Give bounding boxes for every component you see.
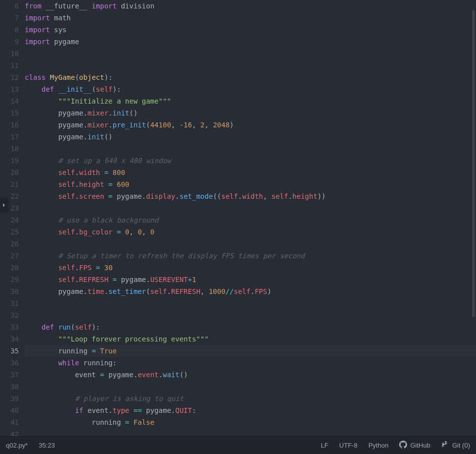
line-number: 38 [0, 381, 19, 393]
code-line: """Initialize a new game""" [25, 95, 476, 107]
line-number-gutter: 6789101112131415161718192021222324252627… [0, 0, 25, 436]
status-encoding[interactable]: UTF-8 [339, 442, 357, 449]
line-number: 15 [0, 107, 19, 119]
line-number: 36 [0, 357, 19, 369]
code-line: # Setup a timer to refresh the display F… [25, 250, 476, 262]
line-number: 17 [0, 131, 19, 143]
line-number: 16 [0, 119, 19, 131]
line-number: 6 [0, 0, 19, 12]
code-line: self.width = 800 [25, 167, 476, 178]
code-line: running = False [25, 416, 476, 428]
line-number: 33 [0, 321, 19, 333]
status-filename[interactable]: q02.py* [6, 442, 28, 449]
code-line: from __future__ import division [25, 0, 476, 12]
code-line: pygame.mixer.init() [25, 107, 476, 119]
line-number: 10 [0, 48, 19, 59]
line-number: 18 [0, 143, 19, 155]
status-language[interactable]: Python [368, 442, 388, 449]
code-line: pygame.mixer.pre_init(44100, -16, 2, 204… [25, 119, 476, 131]
code-line: class MyGame(object): [25, 71, 476, 83]
line-number: 12 [0, 71, 19, 83]
code-line: if event.type == pygame.QUIT: [25, 404, 476, 416]
line-number: 37 [0, 369, 19, 381]
line-number: 24 [0, 214, 19, 226]
code-line [25, 309, 476, 321]
code-line [25, 297, 476, 309]
code-line [25, 202, 476, 214]
code-line [25, 48, 476, 59]
line-number: 28 [0, 262, 19, 274]
code-line: self.bg_color = 0, 0, 0 [25, 226, 476, 238]
status-git[interactable]: Git (0) [441, 441, 470, 450]
code-line: pygame.time.set_timer(self.REFRESH, 1000… [25, 285, 476, 297]
panel-expand-toggle[interactable] [0, 198, 8, 212]
line-number: 31 [0, 297, 19, 309]
editor-pane: 6789101112131415161718192021222324252627… [0, 0, 476, 436]
code-line [25, 238, 476, 250]
line-number: 9 [0, 36, 19, 48]
code-line [25, 381, 476, 393]
code-line: event = pygame.event.wait() [25, 369, 476, 381]
line-number: 34 [0, 333, 19, 345]
status-git-label: Git (0) [452, 442, 470, 449]
code-line: import pygame [25, 36, 476, 48]
line-number: 11 [0, 59, 19, 71]
line-number: 39 [0, 393, 19, 404]
code-line: import sys [25, 24, 476, 36]
line-number: 8 [0, 24, 19, 36]
code-line [25, 59, 476, 71]
line-number: 21 [0, 178, 19, 190]
status-github-label: GitHub [410, 442, 430, 449]
status-bar: q02.py* 35:23 LF UTF-8 Python GitHub Git… [0, 436, 476, 454]
line-number: 27 [0, 250, 19, 262]
code-line: while running: [25, 357, 476, 369]
chevron-right-icon [1, 201, 6, 209]
github-icon [399, 441, 407, 450]
git-branch-icon [441, 441, 449, 450]
code-line: def __init__(self): [25, 83, 476, 95]
line-number: 29 [0, 274, 19, 285]
code-line [25, 143, 476, 155]
line-number: 19 [0, 155, 19, 167]
line-number: 32 [0, 309, 19, 321]
code-line: self.height = 600 [25, 178, 476, 190]
line-number: 35 [0, 345, 19, 357]
code-line: self.REFRESH = pygame.USEREVENT+1 [25, 274, 476, 285]
code-area[interactable]: from __future__ import division import m… [25, 0, 476, 436]
status-cursor-position[interactable]: 35:23 [39, 442, 55, 449]
line-number: 26 [0, 238, 19, 250]
code-line: self.screen = pygame.display.set_mode((s… [25, 190, 476, 202]
code-line-active: running = True [25, 345, 476, 357]
code-line: # set up a 640 x 480 window [25, 155, 476, 167]
code-line: self.FPS = 30 [25, 262, 476, 274]
line-number: 25 [0, 226, 19, 238]
status-github[interactable]: GitHub [399, 441, 430, 450]
code-line: def run(self): [25, 321, 476, 333]
code-line: pygame.init() [25, 131, 476, 143]
code-line: """Loop forever processing events""" [25, 333, 476, 345]
line-number: 7 [0, 12, 19, 24]
code-line: # use a black background [25, 214, 476, 226]
code-line: import math [25, 12, 476, 24]
line-number: 14 [0, 95, 19, 107]
line-number: 20 [0, 167, 19, 178]
status-line-endings[interactable]: LF [321, 442, 328, 449]
line-number: 41 [0, 416, 19, 428]
line-number: 13 [0, 83, 19, 95]
line-number: 30 [0, 285, 19, 297]
line-number: 40 [0, 404, 19, 416]
code-line: # player is asking to quit [25, 393, 476, 404]
vertical-scrollbar[interactable] [472, 10, 475, 317]
